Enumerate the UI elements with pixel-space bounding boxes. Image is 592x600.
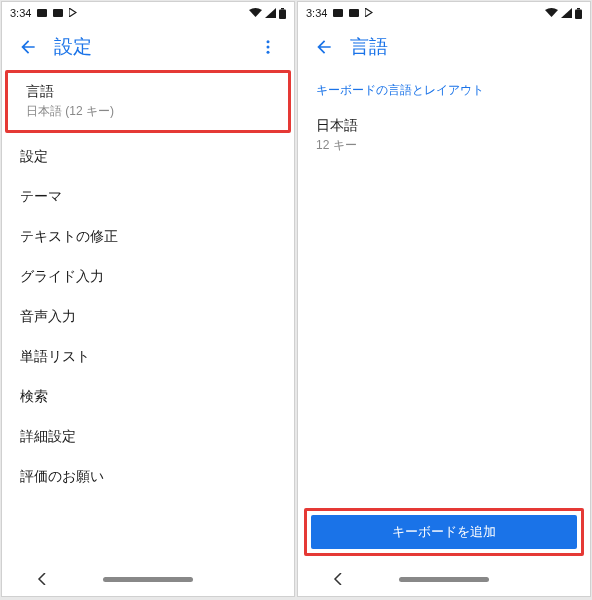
nav-home-pill[interactable] bbox=[399, 577, 489, 582]
phone-left: 3:34 設定 言語 日本語 (12 キー) 設定 テーマ テキストの修正 グラ… bbox=[1, 1, 295, 597]
status-time: 3:34 bbox=[10, 7, 31, 19]
wifi-icon bbox=[249, 8, 262, 18]
status-bar: 3:34 bbox=[2, 2, 294, 24]
svg-rect-8 bbox=[349, 9, 359, 17]
app-title: 設定 bbox=[54, 34, 250, 60]
wifi-icon bbox=[545, 8, 558, 18]
app-bar: 設定 bbox=[2, 24, 294, 70]
language-list: キーボードの言語とレイアウト 日本語 12 キー キーボードを追加 bbox=[298, 70, 590, 596]
status-time: 3:34 bbox=[306, 7, 327, 19]
signal-icon bbox=[265, 8, 276, 18]
card-icon bbox=[37, 7, 47, 19]
add-keyboard-label: キーボードを追加 bbox=[392, 523, 496, 541]
back-button[interactable] bbox=[10, 29, 46, 65]
list-item-search[interactable]: 検索 bbox=[2, 377, 294, 417]
list-item-text-correction[interactable]: テキストの修正 bbox=[2, 217, 294, 257]
list-item-subtitle: 日本語 (12 キー) bbox=[26, 103, 270, 120]
nav-back-button[interactable] bbox=[318, 573, 358, 585]
section-header: キーボードの言語とレイアウト bbox=[298, 70, 590, 107]
navigation-bar bbox=[298, 562, 590, 596]
back-button[interactable] bbox=[306, 29, 342, 65]
navigation-bar bbox=[2, 562, 294, 596]
list-item-feedback[interactable]: 評価のお願い bbox=[2, 457, 294, 497]
svg-rect-10 bbox=[575, 9, 582, 19]
signal-icon bbox=[561, 8, 572, 18]
svg-point-6 bbox=[267, 51, 270, 54]
list-item-voice-input[interactable]: 音声入力 bbox=[2, 297, 294, 337]
message-icon bbox=[53, 7, 63, 19]
svg-rect-7 bbox=[333, 9, 343, 17]
list-item-glide-input[interactable]: グライド入力 bbox=[2, 257, 294, 297]
list-item-subtitle: 12 キー bbox=[316, 137, 572, 154]
battery-icon bbox=[575, 8, 582, 19]
svg-point-4 bbox=[267, 40, 270, 43]
svg-rect-3 bbox=[279, 9, 286, 19]
app-title: 言語 bbox=[350, 34, 582, 60]
app-bar: 言語 bbox=[298, 24, 590, 70]
svg-rect-9 bbox=[577, 8, 580, 10]
battery-icon bbox=[279, 8, 286, 19]
list-item-advanced[interactable]: 詳細設定 bbox=[2, 417, 294, 457]
message-icon bbox=[349, 7, 359, 19]
add-keyboard-button[interactable]: キーボードを追加 bbox=[311, 515, 577, 549]
status-bar: 3:34 bbox=[298, 2, 590, 24]
list-item-word-list[interactable]: 単語リスト bbox=[2, 337, 294, 377]
phone-right: 3:34 言語 キーボードの言語とレイアウト 日本語 12 キー キーボードを追… bbox=[297, 1, 591, 597]
list-item-theme[interactable]: テーマ bbox=[2, 177, 294, 217]
list-item-language[interactable]: 言語 日本語 (12 キー) bbox=[5, 70, 291, 133]
list-item-japanese[interactable]: 日本語 12 キー bbox=[298, 107, 590, 164]
list-item-title: 言語 bbox=[26, 83, 270, 101]
svg-point-5 bbox=[267, 46, 270, 49]
nav-home-pill[interactable] bbox=[103, 577, 193, 582]
list-item-settings[interactable]: 設定 bbox=[2, 137, 294, 177]
svg-rect-2 bbox=[281, 8, 284, 10]
nav-back-button[interactable] bbox=[22, 573, 62, 585]
play-icon bbox=[69, 7, 77, 19]
list-item-title: 日本語 bbox=[316, 117, 572, 135]
overflow-menu-button[interactable] bbox=[250, 29, 286, 65]
play-icon bbox=[365, 7, 373, 19]
svg-rect-0 bbox=[37, 9, 47, 17]
settings-list: 言語 日本語 (12 キー) 設定 テーマ テキストの修正 グライド入力 音声入… bbox=[2, 70, 294, 596]
card-icon bbox=[333, 7, 343, 19]
svg-rect-1 bbox=[53, 9, 63, 17]
add-keyboard-highlight: キーボードを追加 bbox=[304, 508, 584, 556]
